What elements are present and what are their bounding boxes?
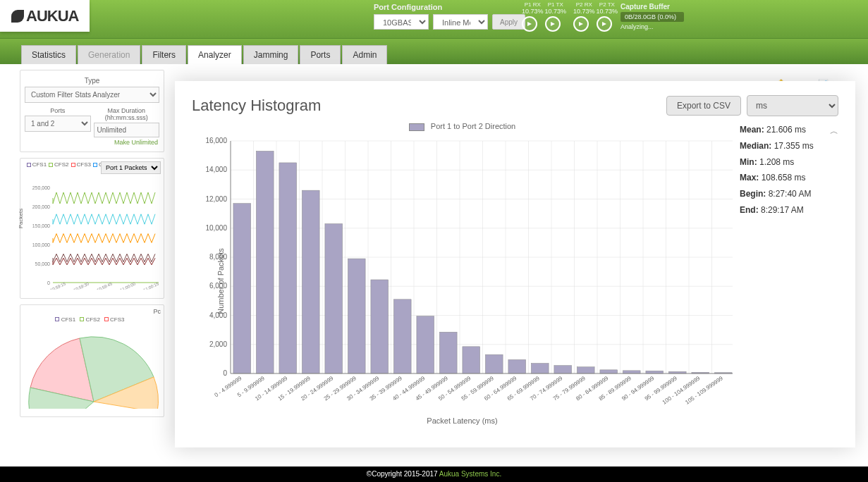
- tab-generation[interactable]: Generation: [78, 45, 140, 64]
- analyzer-type-panel: Type Custom Filter Stats Analyzer Ports …: [20, 70, 164, 152]
- median-value: 17.355 ms: [774, 141, 814, 151]
- histogram-stats: ︿ Mean: 21.606 ms Median: 17.355 ms Min:…: [740, 122, 838, 432]
- toolbar: StatisticsGenerationFiltersAnalyzerJammi…: [0, 39, 868, 64]
- begin-value: 8:27:40 AM: [769, 189, 812, 199]
- copyright: ©Copyright 2015-2017: [367, 470, 439, 478]
- capture-buffer-size: 0B/28.0GB (0.0%): [621, 12, 684, 22]
- pie-legend-CFS3: CFS3: [104, 316, 125, 323]
- svg-rect-60: [393, 299, 411, 373]
- port-stat-3: P2 TX10.73%: [597, 1, 618, 32]
- apply-button[interactable]: Apply: [492, 14, 525, 30]
- histogram-title: Latency Histogram: [192, 97, 321, 115]
- header: AUKUA Port Configuration 10GBASE-T Inlin…: [0, 0, 868, 39]
- logo: AUKUA: [0, 0, 90, 32]
- svg-rect-65: [508, 359, 526, 373]
- svg-text:16,000: 16,000: [205, 137, 227, 144]
- duration-input[interactable]: [94, 123, 160, 137]
- svg-rect-55: [279, 163, 297, 373]
- tab-admin[interactable]: Admin: [342, 45, 387, 64]
- tab-ports[interactable]: Ports: [300, 45, 341, 64]
- chevron-up-icon[interactable]: ︿: [830, 123, 838, 140]
- packets-chart-panel: Port 1 Packets CFS1CFS2CFS3CFS4CFS5CFS6 …: [20, 158, 164, 299]
- port-circle-icon[interactable]: [545, 16, 561, 32]
- logo-text: AUKUA: [26, 7, 78, 25]
- legend-CFS3: CFS3: [71, 161, 91, 168]
- svg-rect-61: [417, 316, 434, 373]
- packets-line-chart: 250,000200,000150,000100,00050,000010:59…: [23, 180, 161, 290]
- svg-text:250,000: 250,000: [32, 185, 50, 190]
- svg-rect-66: [531, 363, 549, 373]
- tab-jamming[interactable]: Jamming: [243, 45, 299, 64]
- svg-rect-54: [256, 151, 274, 373]
- pie-chart: [23, 324, 161, 409]
- tab-filters[interactable]: Filters: [142, 45, 186, 64]
- pie-legend-CFS2: CFS2: [80, 316, 100, 323]
- svg-rect-63: [463, 346, 480, 373]
- port-stats: P1 RX10.73%P1 TX10.73%P2 RX10.73%P2 TX10…: [522, 1, 618, 32]
- svg-text:100,000: 100,000: [32, 242, 50, 247]
- packets-ylabel: Packets: [18, 208, 24, 228]
- histogram-bars: 02,0004,0006,0008,00010,00012,00014,0001…: [192, 134, 733, 412]
- pie-legend-CFS1: CFS1: [55, 316, 75, 323]
- port-stat-0: P1 RX10.73%: [522, 1, 544, 32]
- analyzer-type-select[interactable]: Custom Filter Stats Analyzer: [25, 87, 159, 103]
- packets-chart-select[interactable]: Port 1 Packets: [101, 161, 161, 174]
- svg-text:0: 0: [47, 280, 50, 285]
- svg-rect-70: [623, 370, 640, 373]
- port-circle-icon[interactable]: [522, 16, 537, 32]
- svg-text:50,000: 50,000: [35, 261, 51, 266]
- max-value: 108.658 ms: [762, 173, 806, 183]
- unit-select[interactable]: ms: [747, 95, 838, 116]
- pie-chart-panel: Pc CFS1 CFS2 CFS3: [20, 304, 164, 417]
- logo-swoosh-icon: [11, 10, 24, 23]
- footer: ©Copyright 2015-2017 Aukua Systems Inc.: [0, 466, 868, 482]
- make-unlimited-link[interactable]: Make Unlimited: [25, 137, 159, 147]
- svg-rect-56: [302, 190, 319, 373]
- svg-rect-71: [646, 371, 664, 373]
- port-stat-1: P1 TX10.73%: [545, 1, 567, 32]
- end-label: End:: [740, 205, 759, 215]
- svg-rect-57: [325, 223, 343, 373]
- port-config-label: Port Configuration: [374, 3, 525, 11]
- svg-text:0: 0: [223, 369, 227, 377]
- svg-rect-69: [600, 369, 618, 373]
- legend-color-box: [409, 123, 424, 131]
- max-label: Max:: [740, 173, 759, 183]
- port-type-select[interactable]: 10GBASE-T: [374, 14, 429, 30]
- tab-analyzer[interactable]: Analyzer: [188, 45, 242, 64]
- svg-rect-68: [577, 366, 594, 373]
- legend-text: Port 1 to Port 2 Direction: [431, 122, 515, 130]
- port-circle-icon[interactable]: [597, 16, 612, 32]
- capture-status: Analyzing...: [621, 23, 684, 30]
- ports-label: Ports: [25, 106, 91, 116]
- latency-histogram-panel: Latency Histogram Export to CSV ms Port …: [175, 81, 855, 447]
- pie-label: Pc: [23, 308, 161, 315]
- svg-rect-67: [554, 365, 572, 373]
- duration-label: Max Duration (hh:mm:ss.sss): [94, 106, 160, 123]
- ports-select[interactable]: 1 and 2: [25, 116, 91, 132]
- min-value: 1.208 ms: [759, 157, 794, 167]
- export-csv-button[interactable]: Export to CSV: [666, 96, 741, 116]
- legend-CFS1: CFS1: [27, 161, 47, 168]
- histogram-xlabel: Packet Latency (ms): [192, 416, 733, 425]
- svg-text:150,000: 150,000: [32, 223, 50, 228]
- median-label: Median:: [740, 141, 771, 151]
- svg-rect-64: [485, 354, 503, 373]
- pie-legend: CFS1 CFS2 CFS3: [23, 315, 161, 324]
- port-mode-select[interactable]: Inline Mode: [433, 14, 488, 30]
- footer-link[interactable]: Aukua Systems Inc.: [439, 470, 501, 478]
- port-configuration: Port Configuration 10GBASE-T Inline Mode…: [374, 3, 525, 30]
- mean-label: Mean:: [740, 125, 764, 135]
- type-label: Type: [25, 75, 159, 87]
- capture-buffer: Capture Buffer 0B/28.0GB (0.0%) Analyzin…: [621, 3, 684, 30]
- capture-buffer-label: Capture Buffer: [621, 3, 684, 11]
- sidebar: Type Custom Filter Stats Analyzer Ports …: [20, 70, 164, 423]
- port-stat-2: P2 RX10.73%: [573, 1, 595, 32]
- legend-CFS2: CFS2: [49, 161, 68, 168]
- tab-statistics[interactable]: Statistics: [21, 45, 76, 64]
- port-circle-icon[interactable]: [573, 16, 589, 32]
- min-label: Min:: [740, 157, 757, 167]
- histogram-chart: Port 1 to Port 2 Direction Number of Pac…: [192, 122, 733, 432]
- svg-text:14,000: 14,000: [205, 166, 227, 173]
- svg-text:2,000: 2,000: [209, 340, 227, 347]
